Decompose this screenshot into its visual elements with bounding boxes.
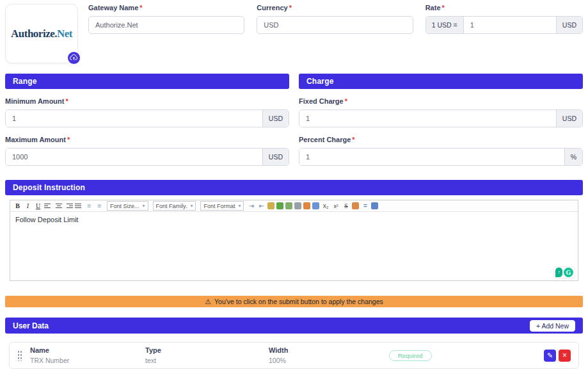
superscript-icon[interactable]: x² [331,202,340,210]
range-section-header: Range [5,74,289,89]
subscript-icon[interactable]: X₂ [321,202,330,210]
pencil-icon: ✎ [547,351,553,360]
gateway-edit-page: Authorize.Net Gateway Name* Currency* Ra… [0,0,588,373]
align-center-icon[interactable] [54,202,63,210]
type-cell: Type text [145,346,269,364]
italic-icon[interactable]: I [24,202,32,210]
maximum-amount-input[interactable] [6,149,262,165]
bold-icon[interactable]: B [13,202,22,210]
grammarly-icon[interactable]: G [564,268,573,277]
gateway-top-row: Authorize.Net Gateway Name* Currency* Ra… [5,4,583,63]
name-column-header: Name [30,346,145,354]
logo-text-secondary: Net [57,28,72,40]
outdent-icon[interactable]: ⇤ [257,202,266,210]
image-icon[interactable] [267,202,274,209]
fixed-charge-label: Fixed Charge* [299,97,583,105]
required-badge: Required [389,350,432,361]
minimum-amount-input[interactable] [6,110,262,127]
submit-warning-banner: ⚠ You've to click on the submit button t… [5,296,583,307]
forecolor-icon[interactable] [303,202,310,209]
percent-charge-input[interactable] [299,149,564,165]
user-data-title: User Data [13,321,49,330]
rate-prefix: 1 USD = [426,17,464,33]
removeformat-icon[interactable] [352,202,359,209]
required-asterisk: * [345,97,347,105]
currency-label-text: Currency [257,4,287,12]
drag-handle-icon[interactable] [17,350,22,361]
fixed-charge-suffix: USD [556,110,582,127]
hr-icon[interactable]: = [361,202,369,210]
user-data-header: User Data + Add New [5,318,583,334]
link-icon[interactable] [285,202,292,209]
gateway-name-label-text: Gateway Name [88,4,138,12]
rate-label: Rate* [425,4,583,12]
required-asterisk: * [67,136,70,143]
edit-button[interactable]: ✎ [544,350,556,362]
minimum-amount-label: Minimum Amount* [5,97,289,105]
width-column-header: Width [269,346,389,354]
range-section: Range Minimum Amount* USD Maximum Amount… [5,74,289,166]
align-left-icon[interactable] [44,202,52,210]
font-family-select[interactable]: Font Family.▾ [153,201,196,211]
warning-icon: ⚠ [205,298,211,305]
unordered-list-icon[interactable]: ≡ [95,202,104,210]
align-justify-icon[interactable] [75,202,83,210]
grammarly-widget: ↑ G [553,266,575,278]
currency-field: Currency* [257,4,413,34]
grammarly-pin-icon[interactable]: ↑ [555,268,562,277]
fixed-charge-input[interactable] [299,110,556,127]
gateway-logo: Authorize.Net [11,28,72,40]
percent-charge-group: % [299,148,583,166]
fixed-charge-group: USD [299,109,583,127]
gateway-name-label: Gateway Name* [88,4,244,12]
editor-content[interactable]: Follow Deposit Limit ↑ G [10,212,578,280]
percent-charge-suffix: % [564,149,582,165]
range-charge-row: Range Minimum Amount* USD Maximum Amount… [5,74,583,166]
required-asterisk: * [139,4,142,12]
gateway-logo-card: Authorize.Net [5,4,78,63]
name-value: TRX Number [30,357,145,364]
maximum-amount-group: USD [5,148,289,166]
unlink-icon[interactable] [294,202,301,209]
minimum-amount-label-text: Minimum Amount [5,97,64,105]
required-asterisk: * [65,97,68,105]
align-right-icon[interactable] [65,202,73,210]
source-icon[interactable] [371,202,378,209]
rate-input[interactable] [464,17,556,33]
gateway-fields: Gateway Name* Currency* Rate* 1 USD = US… [88,4,583,34]
charge-section: Charge Fixed Charge* USD Percent Charge*… [299,74,583,166]
type-column-header: Type [145,346,269,354]
font-size-select[interactable]: Font Size...▾ [107,201,148,211]
minimum-amount-suffix: USD [262,110,289,127]
bgcolor-icon[interactable] [312,202,319,209]
add-new-button[interactable]: + Add New [530,320,575,332]
upload-image-icon[interactable] [276,202,283,209]
rate-input-group: 1 USD = USD [425,16,583,34]
type-value: text [145,357,269,364]
badge-zone: Required [389,350,544,361]
user-data-row: Name TRX Number Type text Width 100% Req… [9,342,579,369]
fixed-charge-label-text: Fixed Charge [299,97,344,105]
ordered-list-icon[interactable]: ≡ [85,202,93,210]
indent-icon[interactable]: ⇥ [247,202,255,210]
upload-logo-button[interactable] [67,51,81,65]
rate-suffix: USD [556,17,582,33]
row-actions: ✎ × [544,350,571,362]
editor-content-text: Follow Deposit Limit [15,216,78,223]
currency-input[interactable] [257,16,413,34]
maximum-amount-suffix: USD [262,149,289,165]
underline-icon[interactable]: U [34,202,42,210]
required-asterisk: * [352,136,354,143]
rate-field: Rate* 1 USD = USD [425,4,583,34]
maximum-amount-label-text: Maximum Amount [5,136,66,143]
logo-text-primary: Authorize. [11,28,57,40]
strikethrough-icon[interactable]: S [342,202,350,210]
font-format-select[interactable]: Font Format▾ [200,201,244,211]
gateway-name-input[interactable] [88,16,244,34]
deposit-instruction-section: Deposit Instruction BIU≡≡Font Size...▾Fo… [5,180,583,281]
close-icon: × [562,351,567,360]
required-asterisk: * [289,4,292,12]
rich-text-editor: BIU≡≡Font Size...▾Font Family.▾Font Form… [10,200,578,281]
percent-charge-label: Percent Charge* [299,136,583,143]
delete-button[interactable]: × [559,350,571,362]
